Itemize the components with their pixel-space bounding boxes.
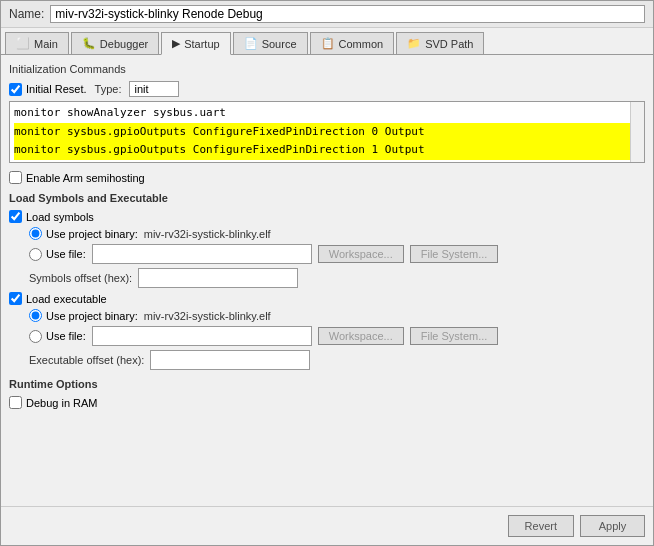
apply-button[interactable]: Apply (580, 515, 645, 537)
load-executable-checkbox-label[interactable]: Load executable (9, 292, 107, 305)
use-file-2-radio-label[interactable]: Use file: (29, 330, 86, 343)
tabs-bar: ⬜ Main 🐛 Debugger ▶ Startup 📄 Source 📋 C… (1, 28, 653, 55)
project-binary-1-value: miv-rv32i-systick-blinky.elf (144, 228, 271, 240)
common-icon: 📋 (321, 37, 335, 50)
project-binary-2-value: miv-rv32i-systick-blinky.elf (144, 310, 271, 322)
symbols-offset-row: Symbols offset (hex): (9, 268, 645, 288)
use-project-binary-2-label: Use project binary: (46, 310, 138, 322)
use-file-2-radio[interactable] (29, 330, 42, 343)
semihosting-row: Enable Arm semihosting (9, 171, 645, 184)
load-symbols-section: Load Symbols and Executable Load symbols… (9, 192, 645, 370)
inner-scroll: Initialization Commands Initial Reset. T… (1, 55, 653, 506)
load-executable-row: Load executable (9, 292, 645, 305)
use-project-binary-2-radio-label[interactable]: Use project binary: (29, 309, 138, 322)
tab-startup[interactable]: ▶ Startup (161, 32, 230, 55)
use-file-1-radio-label[interactable]: Use file: (29, 248, 86, 261)
workspace-1-button[interactable]: Workspace... (318, 245, 404, 263)
file-system-1-button[interactable]: File System... (410, 245, 499, 263)
use-project-binary-2-row: Use project binary: miv-rv32i-systick-bl… (9, 309, 645, 322)
load-executable-checkbox[interactable] (9, 292, 22, 305)
tab-common-label: Common (339, 38, 384, 50)
initial-reset-checkbox-label[interactable]: Initial Reset. (9, 83, 87, 96)
debug-in-ram-checkbox[interactable] (9, 396, 22, 409)
semihosting-checkbox[interactable] (9, 171, 22, 184)
command-lines[interactable]: monitor showAnalyzer sysbus.uart monitor… (10, 102, 644, 162)
tab-svd-path-label: SVD Path (425, 38, 473, 50)
use-file-1-label: Use file: (46, 248, 86, 260)
tab-source[interactable]: 📄 Source (233, 32, 308, 54)
use-project-binary-2-radio[interactable] (29, 309, 42, 322)
use-project-binary-1-radio[interactable] (29, 227, 42, 240)
initial-reset-label: Initial Reset. (26, 83, 87, 95)
tab-debugger[interactable]: 🐛 Debugger (71, 32, 159, 54)
name-input[interactable] (50, 5, 645, 23)
main-icon: ⬜ (16, 37, 30, 50)
debugger-icon: 🐛 (82, 37, 96, 50)
load-symbols-checkbox-label[interactable]: Load symbols (9, 210, 94, 223)
init-commands-section: Initialization Commands Initial Reset. T… (9, 63, 645, 163)
executable-offset-row: Executable offset (hex): (9, 350, 645, 370)
svd-icon: 📁 (407, 37, 421, 50)
use-project-binary-1-radio-label[interactable]: Use project binary: (29, 227, 138, 240)
load-executable-label: Load executable (26, 293, 107, 305)
tab-startup-label: Startup (184, 38, 219, 50)
init-commands-title: Initialization Commands (9, 63, 645, 75)
cmd-line-1: monitor showAnalyzer sysbus.uart (14, 104, 640, 123)
load-symbols-group-title: Load Symbols and Executable (9, 192, 645, 204)
main-dialog: Name: ⬜ Main 🐛 Debugger ▶ Startup 📄 Sour… (0, 0, 654, 546)
runtime-options-section: Runtime Options Debug in RAM (9, 378, 645, 409)
use-file-2-input[interactable] (92, 326, 312, 346)
title-bar: Name: (1, 1, 653, 28)
use-project-binary-1-row: Use project binary: miv-rv32i-systick-bl… (9, 227, 645, 240)
symbols-offset-label: Symbols offset (hex): (29, 272, 132, 284)
executable-offset-label: Executable offset (hex): (29, 354, 144, 366)
semihosting-checkbox-label[interactable]: Enable Arm semihosting (9, 171, 145, 184)
tab-main[interactable]: ⬜ Main (5, 32, 69, 54)
cmd-line-3: monitor sysbus.gpioOutputs ConfigureFixe… (14, 141, 640, 160)
tab-common[interactable]: 📋 Common (310, 32, 395, 54)
debug-in-ram-label: Debug in RAM (26, 397, 98, 409)
load-symbols-row: Load symbols (9, 210, 645, 223)
use-file-2-row: Use file: Workspace... File System... (9, 326, 645, 346)
load-symbols-checkbox[interactable] (9, 210, 22, 223)
use-file-1-input[interactable] (92, 244, 312, 264)
use-project-binary-1-label: Use project binary: (46, 228, 138, 240)
use-file-1-radio[interactable] (29, 248, 42, 261)
type-input[interactable] (129, 81, 179, 97)
use-file-2-label: Use file: (46, 330, 86, 342)
load-symbols-label: Load symbols (26, 211, 94, 223)
runtime-options-title: Runtime Options (9, 378, 645, 390)
workspace-2-button[interactable]: Workspace... (318, 327, 404, 345)
cmd-line-2: monitor sysbus.gpioOutputs ConfigureFixe… (14, 123, 640, 142)
symbols-offset-input[interactable] (138, 268, 298, 288)
use-file-1-row: Use file: Workspace... File System... (9, 244, 645, 264)
initial-reset-checkbox[interactable] (9, 83, 22, 96)
debug-in-ram-row: Debug in RAM (9, 396, 645, 409)
type-label: Type: (95, 83, 122, 95)
revert-button[interactable]: Revert (508, 515, 574, 537)
executable-offset-input[interactable] (150, 350, 310, 370)
file-system-2-button[interactable]: File System... (410, 327, 499, 345)
name-label: Name: (9, 7, 44, 21)
textarea-scrollbar[interactable] (630, 102, 644, 162)
footer: Revert Apply (1, 506, 653, 545)
debug-in-ram-checkbox-label[interactable]: Debug in RAM (9, 396, 98, 409)
source-icon: 📄 (244, 37, 258, 50)
tab-source-label: Source (262, 38, 297, 50)
init-header: Initial Reset. Type: (9, 81, 645, 97)
startup-icon: ▶ (172, 37, 180, 50)
semihosting-label: Enable Arm semihosting (26, 172, 145, 184)
content-area: Initialization Commands Initial Reset. T… (1, 55, 653, 506)
command-textarea-wrapper: monitor showAnalyzer sysbus.uart monitor… (9, 101, 645, 163)
tab-debugger-label: Debugger (100, 38, 148, 50)
tab-main-label: Main (34, 38, 58, 50)
tab-svd-path[interactable]: 📁 SVD Path (396, 32, 484, 54)
